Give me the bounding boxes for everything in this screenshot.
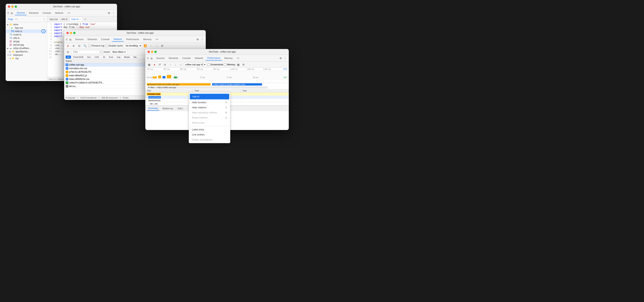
tree-item-store[interactable]: ▶ 📁 store (6, 23, 47, 26)
code-tab-more[interactable]: >> (83, 18, 88, 20)
tree-item-appvue[interactable]: ◈ App.vue (6, 26, 47, 30)
ctx-label-entry[interactable]: Label entry (189, 127, 230, 132)
tree-item-adjpg[interactable]: 🖼 ad.jpg (6, 40, 47, 43)
bottom-tab-bottomup[interactable]: Bottom-up (161, 106, 174, 111)
gear-icon[interactable]: ⚙ (107, 11, 111, 15)
code-tab-appvue[interactable]: App.vue (48, 17, 59, 21)
preserve-log-checkbox[interactable] (88, 45, 91, 47)
type-btn-font[interactable]: Font (108, 56, 114, 59)
minimize-button-1[interactable] (11, 5, 14, 8)
clear-button[interactable]: ⊘ (71, 43, 76, 48)
tree-item-cdnjs[interactable]: ▶ ☁ cdnjs.cloudflare... (6, 46, 47, 50)
record-button[interactable]: ● (66, 43, 70, 48)
more-filters-button[interactable]: More filters ▾ (111, 50, 127, 54)
close-button-3[interactable] (148, 51, 150, 53)
perf-tab-performance[interactable]: Performance (205, 56, 222, 60)
devtools-grid-icon-3[interactable]: ⠿ (147, 57, 150, 60)
memory-checkbox[interactable] (224, 63, 226, 66)
tree-item-maints[interactable]: TS main.ts ↗ (6, 30, 47, 33)
filter-icon[interactable]: ⊟ (77, 43, 82, 48)
perf-tab-elements[interactable]: Elements (167, 56, 180, 60)
upload-icon[interactable]: ↑ (149, 43, 153, 48)
net-tab-more[interactable]: >> (154, 37, 160, 41)
net-tab-console[interactable]: Console (99, 37, 111, 41)
tab-elements[interactable]: Elements (27, 11, 40, 15)
gear-icon-2[interactable]: ⚙ (196, 37, 200, 42)
disable-cache-checkbox[interactable] (105, 45, 108, 47)
gear-icon-3[interactable]: ⚙ (279, 56, 283, 60)
devtools-layers-icon-3[interactable]: ⧉ (150, 57, 153, 60)
more-icon-2[interactable]: ⋮ (200, 37, 204, 42)
perf-tab-more[interactable]: >> (235, 56, 241, 60)
type-btn-js[interactable]: JS (101, 56, 107, 59)
download-perf-icon[interactable]: ↓ (173, 62, 178, 67)
reload-record-icon[interactable]: ↺ (158, 62, 162, 67)
search-icon[interactable]: 🔍 (83, 43, 87, 48)
ctx-hide-function[interactable]: Hide function H (189, 100, 230, 105)
invert-label[interactable]: Invert (101, 51, 110, 53)
tree-item-ajax[interactable]: ▶ 📁 ajax/libs/nor... (6, 50, 47, 53)
filter-toggle-icon[interactable]: ⊟ (66, 50, 70, 54)
net-tab-memory[interactable]: Memory (141, 37, 153, 41)
type-btn-all[interactable]: All (66, 56, 71, 59)
tree-item-bannerjpg[interactable]: 🖼 banner.jpg (6, 43, 47, 46)
timeline-chart[interactable]: 62 ms 67 ms 72 ms 77 ms 82 ms NET (145, 71, 289, 80)
open-file-button-1[interactable]: ↗ (41, 29, 46, 33)
more-icon[interactable]: ⋮ (111, 11, 116, 15)
maximize-button-3[interactable] (154, 51, 157, 53)
tree-item-top[interactable]: ▼ 📁 top (6, 57, 47, 60)
download-icon[interactable]: ↓ (154, 43, 159, 48)
more-icon-3[interactable]: ⋮ (283, 56, 287, 60)
net-tab-network[interactable]: Network (112, 37, 124, 42)
sidebar-options-icon[interactable]: ⋮ (43, 18, 46, 21)
ctx-link-entries[interactable]: Link entries (189, 132, 230, 137)
sidebar-more-icon[interactable]: >> (15, 18, 18, 20)
screenshots-label[interactable]: Screenshots (208, 63, 223, 66)
ctx-hide-children[interactable]: Hide children C (189, 105, 230, 110)
perf-tab-memory[interactable]: Memory (222, 56, 234, 60)
target-select[interactable]: coffee-cart.app #2 ▾ (184, 63, 207, 66)
minimize-button-2[interactable] (70, 32, 72, 34)
devtools-layers-icon[interactable]: ⧉ (11, 12, 14, 14)
type-btn-doc[interactable]: Doc (86, 56, 92, 59)
preserve-log-label[interactable]: Preserve log (88, 44, 104, 47)
memory-check-label[interactable]: Memory (224, 63, 235, 66)
screenshot-icon[interactable]: ▦ (147, 62, 151, 67)
type-btn-media[interactable]: Media (122, 56, 131, 59)
perf-gear-icon[interactable]: ⚙ (242, 62, 246, 67)
type-btn-fetchxhr[interactable]: Fetch/XHR (72, 56, 85, 59)
perf-tab-console[interactable]: Console (180, 56, 192, 60)
bottom-tab-summary[interactable]: Summary (147, 106, 160, 111)
network-flame-block[interactable]: ▶ Network 522e.css (coffee-cart.app) (147, 83, 211, 86)
net-tab-performance[interactable]: Performance (124, 37, 141, 41)
tree-item-deployed[interactable]: ▼ ⊞ Deployed (6, 53, 47, 57)
tab-network[interactable]: Network (53, 11, 65, 15)
filter-input[interactable] (71, 50, 100, 54)
close-button-2[interactable] (66, 32, 69, 34)
maximize-button-1[interactable] (15, 5, 17, 8)
code-tab-utilsts[interactable]: utils.ts (60, 17, 69, 21)
tab-more[interactable]: >> (66, 11, 72, 15)
perf-settings-icon[interactable]: ▦ (236, 62, 241, 67)
type-btn-img[interactable]: Img (115, 56, 122, 59)
net-tab-sources[interactable]: Sources (73, 37, 85, 41)
record-icon[interactable]: ● (152, 62, 157, 67)
ctx-ask-ai[interactable]: Ask AI (190, 94, 229, 100)
upload-perf-icon[interactable]: ↑ (168, 62, 172, 67)
bottom-tab-calltree[interactable]: Call t... (176, 106, 186, 111)
invert-checkbox[interactable] (101, 51, 103, 53)
perf-tab-network[interactable]: Network (193, 56, 205, 60)
settings-icon[interactable]: ⚙ (160, 43, 164, 48)
minimize-button-3[interactable] (151, 51, 153, 53)
throttle-select[interactable]: No throttling (124, 44, 142, 48)
code-tab-maints[interactable]: main.ts ✕ (70, 17, 82, 21)
main-flame-block[interactable]: ▼ Main — https://coffee-cart.app/ (147, 86, 268, 89)
screenshots-checkbox[interactable] (208, 63, 210, 66)
sidebar-page-tab[interactable]: Page (7, 17, 14, 21)
collect-flame-block[interactable]: collect (region1.google-analytics.com) (212, 83, 262, 86)
net-tab-elements[interactable]: Elements (86, 37, 99, 41)
tab-sources[interactable]: Sources (15, 11, 27, 15)
maximize-button-2[interactable] (73, 32, 76, 34)
close-button-1[interactable] (8, 5, 10, 8)
devtools-grid-icon-2[interactable]: ⠿ (66, 38, 68, 41)
